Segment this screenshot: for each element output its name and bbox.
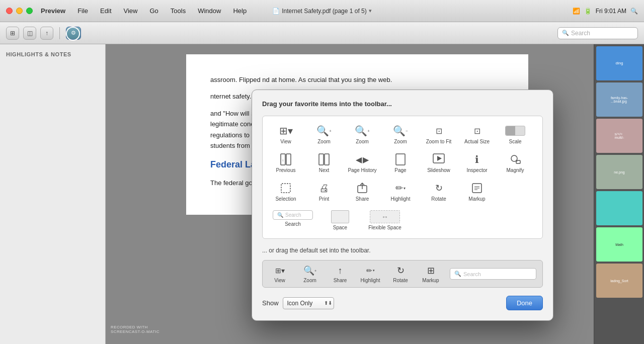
toolbar-search-icon: 🔍 bbox=[562, 30, 569, 36]
tb-zoom-fit-label: Zoom to Fit bbox=[426, 139, 452, 145]
thumb-2: family-has-...bnail.jpg bbox=[596, 82, 642, 117]
tb-space-label: Space bbox=[333, 225, 347, 230]
dialog-footer: Show Icon Only Icon and Text Text Only ⬆… bbox=[262, 296, 543, 310]
tb-inspector-label: Inspector bbox=[466, 167, 487, 174]
tb-actual-size[interactable]: ⊡ Actual Size bbox=[459, 121, 495, 148]
menu-window[interactable]: Window bbox=[196, 6, 223, 16]
svg-marker-7 bbox=[437, 156, 442, 161]
svg-rect-5 bbox=[396, 154, 405, 165]
maximize-button[interactable] bbox=[26, 8, 33, 14]
tb-search[interactable]: 🔍 Search Search bbox=[268, 207, 318, 233]
minimize-button[interactable] bbox=[16, 8, 23, 14]
tb-previous[interactable]: ↑ Previous bbox=[268, 150, 304, 177]
toolbar-sidebar-btn[interactable]: ◫ bbox=[23, 27, 36, 40]
dt-highlight-icon: ✏▾ bbox=[366, 265, 375, 277]
tb-page-history-nav[interactable]: ◀ ▶ Page History bbox=[344, 150, 380, 177]
dt-rotate-icon: ↻ bbox=[397, 265, 405, 277]
toolbar-share-btn[interactable]: ↑ bbox=[40, 27, 53, 40]
menu-edit[interactable]: Edit bbox=[98, 6, 113, 16]
customize-toolbar-dialog: Drag your favorite items into the toolba… bbox=[252, 90, 553, 321]
dt-search-box[interactable]: 🔍 Search bbox=[450, 268, 536, 280]
zoom-out-icon: 🔍− bbox=[393, 124, 408, 137]
print-icon: 🖨 bbox=[319, 182, 329, 195]
tb-view[interactable]: ⊞▾ View bbox=[268, 121, 304, 148]
dt-highlight[interactable]: ✏▾ Highlight bbox=[359, 265, 381, 283]
tb-selection[interactable]: Selection bbox=[268, 179, 304, 205]
zoom-in2-icon: 🔍+ bbox=[355, 124, 370, 137]
tb-zoom-in2[interactable]: 🔍+ Zoom bbox=[344, 121, 380, 148]
sidebar: HIGHLIGHTS & NOTES bbox=[0, 44, 106, 344]
tb-highlight[interactable]: ✏ ▾ Highlight bbox=[382, 179, 419, 205]
tb-slideshow-label: Slideshow bbox=[427, 167, 450, 174]
tb-rotate[interactable]: ↻ Rotate bbox=[421, 179, 457, 205]
toolbar-search-box[interactable]: 🔍 Search bbox=[557, 27, 638, 39]
search-icon[interactable]: 🔍 bbox=[630, 8, 638, 15]
dt-search-icon: 🔍 bbox=[454, 271, 461, 277]
menu-bar: File Edit View Go Tools Window Help bbox=[75, 6, 249, 16]
menu-file[interactable]: File bbox=[75, 6, 90, 16]
svg-text:↑: ↑ bbox=[282, 158, 284, 163]
toolbar-view-btn[interactable]: ⊞ bbox=[6, 27, 19, 40]
zoom-in-icon: 🔍+ bbox=[316, 124, 332, 137]
dt-rotate[interactable]: ↻ Rotate bbox=[389, 265, 412, 283]
tb-zoom-out[interactable]: 🔍− Zoom bbox=[382, 121, 419, 148]
show-label: Show bbox=[262, 299, 279, 307]
tb-magnify-label: Magnify bbox=[506, 167, 524, 174]
tb-inspector[interactable]: ℹ Inspector bbox=[459, 150, 495, 177]
thumb-1: ding bbox=[596, 46, 642, 80]
dt-view[interactable]: ⊞▾ View bbox=[269, 265, 291, 283]
space-box bbox=[331, 210, 349, 223]
tb-zoom-in[interactable]: 🔍+ Zoom bbox=[306, 121, 342, 148]
dt-search-placeholder: Search bbox=[463, 271, 481, 277]
tb-zoom-in2-label: Zoom bbox=[356, 139, 369, 145]
tb-flex-space-label: Flexible Space bbox=[368, 225, 401, 230]
page-history-nav-icon: ◀ ▶ bbox=[356, 153, 369, 166]
battery-icon: 🔋 bbox=[584, 8, 592, 15]
tb-slideshow[interactable]: Slideshow bbox=[421, 150, 457, 177]
dt-markup-label: Markup bbox=[422, 278, 439, 283]
tb-next-label: Next bbox=[319, 167, 330, 174]
tb-scale[interactable]: Scale bbox=[497, 121, 533, 148]
tb-share[interactable]: Share bbox=[344, 179, 380, 205]
dt-markup[interactable]: ⊞ Markup bbox=[420, 265, 442, 283]
thumb-7: lading_Sort bbox=[596, 264, 642, 298]
tb-zoom-in-label: Zoom bbox=[317, 139, 331, 145]
dt-zoom[interactable]: 🔍+ Zoom bbox=[299, 265, 321, 283]
document-area: assroom. Flipped nd at home. As crucial … bbox=[106, 44, 594, 344]
tb-print[interactable]: 🖨 Print bbox=[306, 179, 342, 205]
tb-zoom-out-label: Zoom bbox=[394, 139, 407, 145]
tb-markup[interactable]: Markup bbox=[459, 179, 495, 205]
close-button[interactable] bbox=[6, 8, 13, 14]
tb-search-label: Search bbox=[285, 221, 301, 227]
right-panel: ding family-has-...bnail.jpg s/+/=multi/… bbox=[594, 44, 644, 344]
svg-rect-4 bbox=[325, 154, 329, 165]
menu-help[interactable]: Help bbox=[231, 6, 249, 16]
tb-magnify[interactable]: Magnify bbox=[497, 150, 533, 177]
done-button[interactable]: Done bbox=[506, 296, 543, 310]
tb-page[interactable]: Page bbox=[382, 150, 419, 177]
svg-rect-3 bbox=[319, 154, 324, 165]
previous-icon: ↑ bbox=[280, 153, 291, 166]
tb-space[interactable]: Space bbox=[320, 207, 360, 233]
menu-view[interactable]: View bbox=[122, 6, 140, 16]
app-name: Preview bbox=[41, 7, 65, 15]
wifi-icon: 📶 bbox=[573, 8, 580, 15]
show-control: Show Icon Only Icon and Text Text Only ⬆… bbox=[262, 297, 334, 309]
tb-zoom-fit[interactable]: ⊡ Zoom to Fit bbox=[421, 121, 457, 148]
menu-go[interactable]: Go bbox=[147, 6, 160, 16]
dt-share[interactable]: ↑ Share bbox=[329, 265, 351, 283]
main-area: HIGHLIGHTS & NOTES assroom. Flipped nd a… bbox=[0, 44, 644, 344]
tb-rotate-label: Rotate bbox=[431, 196, 446, 202]
tb-flex-space[interactable]: ↔ Flexible Space bbox=[362, 207, 408, 233]
menu-tools[interactable]: Tools bbox=[169, 6, 188, 16]
dt-rotate-label: Rotate bbox=[393, 278, 408, 283]
thumb-6: Math bbox=[596, 227, 642, 262]
inspector-icon: ℹ bbox=[475, 153, 479, 166]
dialog-title: Drag your favorite items into the toolba… bbox=[262, 100, 543, 108]
tb-selection-label: Selection bbox=[275, 196, 296, 202]
doc-title: 📄 Internet Safety.pdf (page 1 of 5) ▾ bbox=[272, 8, 372, 15]
show-select[interactable]: Icon Only Icon and Text Text Only bbox=[283, 297, 334, 309]
toolbar-customize-btn[interactable]: ⚙ bbox=[66, 27, 81, 40]
show-select-wrapper[interactable]: Icon Only Icon and Text Text Only ⬆⬇ bbox=[283, 297, 334, 309]
tb-next[interactable]: Next bbox=[306, 150, 342, 177]
